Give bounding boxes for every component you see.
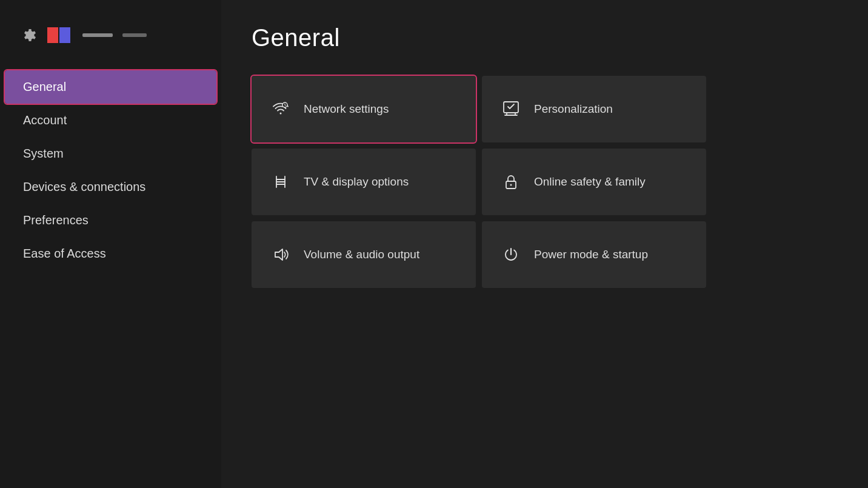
sidebar-header [0,12,221,64]
power-mode-label: Power mode & startup [534,247,648,262]
sidebar-item-devices-connections[interactable]: Devices & connections [5,170,216,204]
header-line1 [82,33,113,37]
tv-display-label: TV & display options [304,175,409,190]
color-box-blue [59,27,70,43]
personalization-icon [500,98,522,120]
sidebar-item-general[interactable]: General [5,70,216,104]
personalization-label: Personalization [534,102,613,117]
main-content: General Network settings [221,0,868,488]
power-mode-tile[interactable]: Power mode & startup [482,221,706,288]
sidebar-item-ease-of-access[interactable]: Ease of Access [5,237,216,270]
svg-point-0 [280,113,282,115]
gear-icon [18,24,40,46]
sidebar-item-account[interactable]: Account [5,104,216,137]
display-icon [270,171,292,193]
wifi-icon [270,98,292,120]
tv-display-tile[interactable]: TV & display options [252,149,476,215]
color-box-red [47,27,58,43]
network-settings-label: Network settings [304,102,389,117]
personalization-tile[interactable]: Personalization [482,76,706,142]
settings-grid: Network settings Personalization [252,76,706,288]
page-title: General [252,24,838,52]
online-safety-tile[interactable]: Online safety & family [482,149,706,215]
power-icon [500,244,522,266]
volume-icon [270,244,292,266]
svg-marker-10 [275,249,282,260]
network-settings-tile[interactable]: Network settings [252,76,476,142]
sidebar-item-system[interactable]: System [5,137,216,170]
sidebar-nav: General Account System Devices & connect… [0,70,221,270]
lock-icon [500,171,522,193]
header-line2 [122,33,147,37]
sidebar: General Account System Devices & connect… [0,0,221,488]
online-safety-label: Online safety & family [534,175,646,190]
sidebar-item-preferences[interactable]: Preferences [5,204,216,237]
volume-audio-label: Volume & audio output [304,247,419,262]
color-boxes [47,27,70,43]
volume-audio-tile[interactable]: Volume & audio output [252,221,476,288]
svg-point-9 [510,184,512,186]
